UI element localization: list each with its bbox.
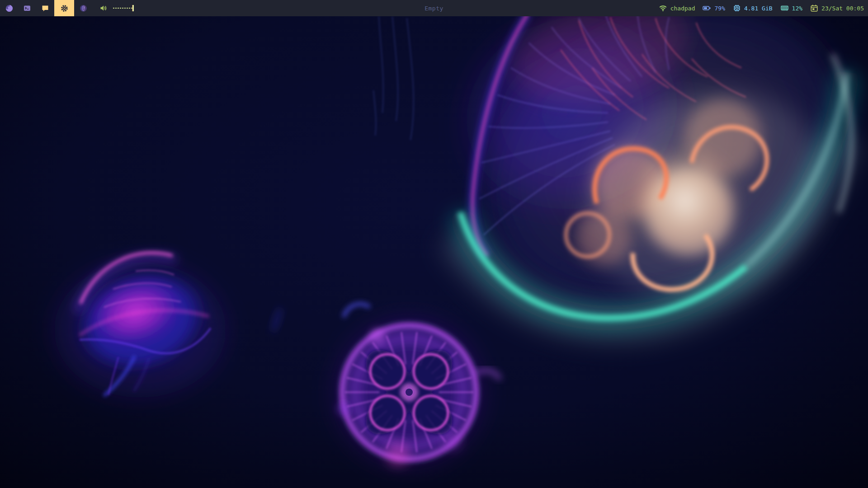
- window-title: Empty: [425, 0, 443, 16]
- at-icon: @: [79, 4, 88, 13]
- cpu-widget: 12%: [780, 4, 802, 12]
- workspace-browser[interactable]: [0, 0, 18, 16]
- workspace-mail[interactable]: @: [74, 0, 92, 16]
- volume-widget: [99, 4, 133, 12]
- wallpaper-jellyfish: [0, 0, 868, 488]
- clock-label: 23/Sat 00:05: [821, 5, 864, 12]
- status-bar: @ Empty chadpad: [0, 0, 868, 16]
- calendar-icon: [810, 4, 818, 12]
- wifi-icon: [659, 4, 667, 12]
- firefox-icon: [5, 4, 14, 13]
- status-widgets: chadpad 79% 4.81 GiB: [659, 4, 868, 12]
- clock-widget: 23/Sat 00:05: [810, 4, 864, 12]
- wifi-label: chadpad: [670, 5, 695, 12]
- memory-label: 4.81 GiB: [744, 5, 773, 12]
- cpu-label: 12%: [792, 5, 802, 12]
- cpu-chip-icon: [733, 4, 741, 12]
- battery-widget: 79%: [703, 4, 725, 12]
- workspace-terminal[interactable]: [18, 0, 36, 16]
- workspace-settings[interactable]: [54, 0, 74, 16]
- workspace-chat[interactable]: [36, 0, 54, 16]
- terminal-icon: [23, 4, 31, 12]
- gear-icon: [60, 4, 69, 13]
- memory-widget: 4.81 GiB: [733, 4, 773, 12]
- battery-icon: [703, 4, 711, 12]
- ram-icon: [780, 4, 789, 12]
- wifi-widget: chadpad: [659, 4, 695, 12]
- speaker-icon[interactable]: [99, 4, 108, 12]
- volume-slider[interactable]: [113, 8, 133, 9]
- workspace-switcher: @: [0, 0, 92, 16]
- svg-text:@: @: [82, 5, 85, 11]
- chat-icon: [41, 4, 49, 12]
- volume-slider-handle[interactable]: [132, 5, 134, 11]
- battery-label: 79%: [714, 5, 725, 12]
